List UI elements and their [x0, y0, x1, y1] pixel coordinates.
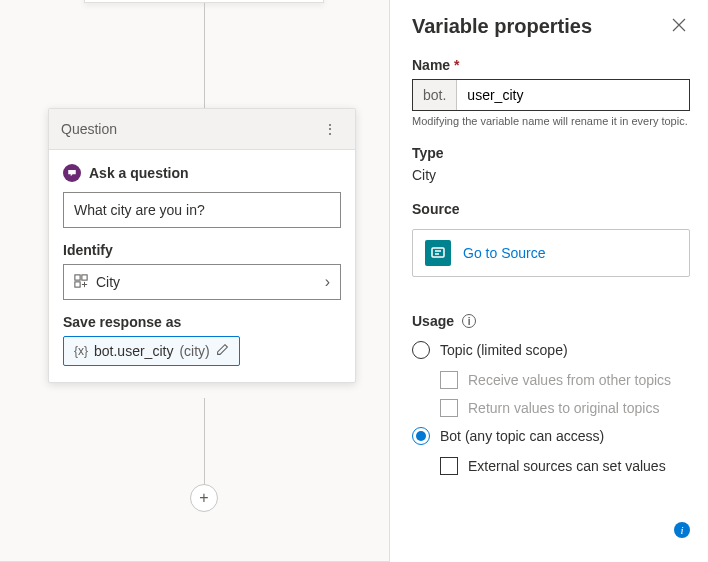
panel-header: Variable properties: [412, 14, 690, 39]
usage-header: Usage i: [412, 313, 690, 329]
checkbox-icon: [440, 399, 458, 417]
scope-topic-radio[interactable]: Topic (limited scope): [412, 341, 690, 359]
card-more-button[interactable]: ⋮: [317, 117, 343, 141]
usage-label: Usage: [412, 313, 454, 329]
svg-rect-0: [75, 274, 80, 279]
name-input[interactable]: [457, 80, 689, 110]
name-input-row: bot.: [412, 79, 690, 111]
topic-icon: [425, 240, 451, 266]
question-text-input[interactable]: [63, 192, 341, 228]
receive-values-checkbox: Receive values from other topics: [440, 371, 690, 389]
authoring-canvas: Question ⋮ Ask a question Identify City …: [0, 0, 390, 562]
name-help-text: Modifying the variable name will rename …: [412, 115, 690, 127]
entity-icon: [74, 274, 88, 291]
panel-title: Variable properties: [412, 15, 592, 38]
source-label: Source: [412, 201, 690, 217]
checkbox-icon: [440, 371, 458, 389]
svg-rect-2: [75, 281, 80, 286]
svg-rect-5: [432, 248, 444, 257]
identify-value: City: [96, 274, 120, 290]
return-values-label: Return values to original topics: [468, 400, 659, 416]
edit-icon: [216, 343, 229, 359]
card-title: Question: [61, 121, 117, 137]
close-button[interactable]: [668, 14, 690, 39]
external-sources-checkbox[interactable]: External sources can set values: [440, 457, 690, 475]
identify-label: Identify: [63, 242, 341, 258]
scope-topic-label: Topic (limited scope): [440, 342, 568, 358]
variable-type-paren: (city): [179, 343, 209, 359]
question-node-card[interactable]: Question ⋮ Ask a question Identify City …: [48, 108, 356, 383]
info-icon[interactable]: i: [462, 314, 476, 328]
ask-a-question-row: Ask a question: [63, 164, 341, 182]
type-label: Type: [412, 145, 690, 161]
radio-checked-icon: [412, 427, 430, 445]
card-body: Ask a question Identify City › Save resp…: [49, 150, 355, 382]
go-to-source-text: Go to Source: [463, 245, 546, 261]
plus-icon: +: [199, 489, 208, 507]
name-label: Name *: [412, 57, 690, 73]
identify-select[interactable]: City ›: [63, 264, 341, 300]
question-icon: [63, 164, 81, 182]
variable-name: bot.user_city: [94, 343, 173, 359]
radio-unchecked-icon: [412, 341, 430, 359]
connector-line: [204, 398, 205, 498]
variable-chip[interactable]: {x} bot.user_city (city): [63, 336, 240, 366]
svg-rect-1: [82, 274, 87, 279]
chevron-right-icon: ›: [325, 273, 330, 291]
required-asterisk: *: [454, 57, 459, 73]
return-values-checkbox: Return values to original topics: [440, 399, 690, 417]
connector-line: [204, 3, 205, 108]
checkbox-icon: [440, 457, 458, 475]
info-badge-button[interactable]: i: [674, 522, 690, 538]
go-to-source-button[interactable]: Go to Source: [412, 229, 690, 277]
name-prefix: bot.: [413, 80, 457, 110]
type-value: City: [412, 167, 690, 183]
card-header: Question ⋮: [49, 109, 355, 150]
close-icon: [672, 18, 686, 32]
scope-bot-label: Bot (any topic can access): [440, 428, 604, 444]
variable-brace-icon: {x}: [74, 344, 88, 358]
ask-a-question-label: Ask a question: [89, 165, 189, 181]
add-node-button[interactable]: +: [190, 484, 218, 512]
scope-bot-radio[interactable]: Bot (any topic can access): [412, 427, 690, 445]
variable-properties-panel: Variable properties Name * bot. Modifyin…: [390, 0, 708, 562]
external-sources-label: External sources can set values: [468, 458, 666, 474]
save-response-label: Save response as: [63, 314, 341, 330]
receive-values-label: Receive values from other topics: [468, 372, 671, 388]
